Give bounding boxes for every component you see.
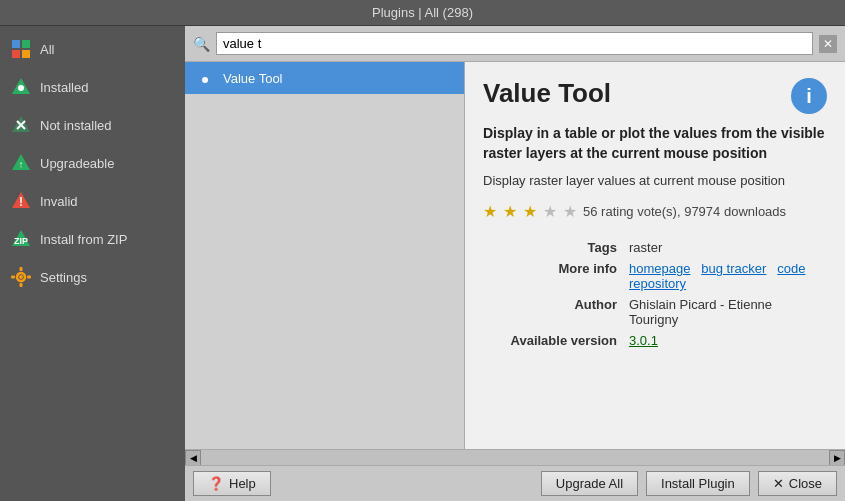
available-version-value: 3.0.1 [623, 330, 827, 351]
star-5: ★ [563, 202, 577, 221]
tags-value: raster [623, 237, 827, 258]
sidebar-item-invalid[interactable]: ! Invalid [0, 182, 185, 220]
sidebar-item-settings-label: Settings [40, 270, 87, 285]
star-2: ★ [503, 202, 517, 221]
svg-point-5 [18, 85, 24, 91]
sidebar-item-installed[interactable]: Installed [0, 68, 185, 106]
available-version-row: Available version 3.0.1 [483, 330, 827, 351]
upgradeable-icon: ↑ [10, 152, 32, 174]
svg-rect-1 [22, 40, 30, 48]
install-zip-icon: ZIP [10, 228, 32, 250]
plugin-description: Display raster layer values at current m… [483, 173, 827, 188]
settings-icon [10, 266, 32, 288]
version-link[interactable]: 3.0.1 [629, 333, 658, 348]
svg-text:↑: ↑ [19, 159, 24, 170]
upgrade-all-button[interactable]: Upgrade All [541, 471, 638, 496]
plugin-detail: Value Tool i Display in a table or plot … [465, 62, 845, 449]
bottom-right: Upgrade All Install Plugin ✕ Close [541, 471, 837, 496]
help-icon: ❓ [208, 476, 224, 491]
tags-row: Tags raster [483, 237, 827, 258]
author-label: Author [483, 294, 623, 330]
author-row: Author Ghislain Picard - Etienne Tourign… [483, 294, 827, 330]
sidebar: All Installed Not installed [0, 26, 185, 501]
not-installed-icon [10, 114, 32, 136]
svg-text:ZIP: ZIP [14, 236, 28, 246]
rating-text: 56 rating vote(s), 97974 downloads [583, 204, 786, 219]
search-input[interactable] [216, 32, 813, 55]
sidebar-item-upgradeable[interactable]: ↑ Upgradeable [0, 144, 185, 182]
scrollbar-area: ◀ ▶ [185, 449, 845, 465]
search-bar: 🔍 ✕ [185, 26, 845, 62]
plugin-list-item-icon [195, 68, 215, 88]
svg-rect-19 [11, 276, 15, 279]
more-info-row: More info homepage bug tracker code repo… [483, 258, 827, 294]
plugin-list-item-label: Value Tool [223, 71, 283, 86]
title-text: Plugins | All (298) [372, 5, 473, 20]
sidebar-item-upgradeable-label: Upgradeable [40, 156, 114, 171]
search-clear-button[interactable]: ✕ [819, 35, 837, 53]
more-info-value: homepage bug tracker code repository [623, 258, 827, 294]
sidebar-item-settings[interactable]: Settings [0, 258, 185, 296]
stars-row: ★ ★ ★ ★ ★ 56 rating vote(s), 97974 downl… [483, 202, 827, 221]
close-icon: ✕ [773, 476, 784, 491]
star-3: ★ [523, 202, 537, 221]
svg-point-22 [202, 77, 208, 83]
available-version-label: Available version [483, 330, 623, 351]
info-icon[interactable]: i [791, 78, 827, 114]
help-button[interactable]: ❓ Help [193, 471, 271, 496]
scroll-left-button[interactable]: ◀ [185, 450, 201, 466]
sidebar-item-all[interactable]: All [0, 30, 185, 68]
all-icon [10, 38, 32, 60]
repository-link[interactable]: repository [629, 276, 686, 291]
plugin-detail-header: Value Tool i [483, 78, 827, 114]
svg-rect-2 [12, 50, 20, 58]
sidebar-item-installed-label: Installed [40, 80, 88, 95]
scroll-right-button[interactable]: ▶ [829, 450, 845, 466]
bug-tracker-link[interactable]: bug tracker [701, 261, 766, 276]
close-button[interactable]: ✕ Close [758, 471, 837, 496]
svg-text:!: ! [19, 195, 23, 209]
svg-rect-0 [12, 40, 20, 48]
svg-rect-3 [22, 50, 30, 58]
star-4: ★ [543, 202, 557, 221]
code-link[interactable]: code [777, 261, 805, 276]
scroll-track [201, 450, 829, 466]
svg-rect-17 [20, 267, 23, 271]
sidebar-item-not-installed[interactable]: Not installed [0, 106, 185, 144]
install-plugin-label: Install Plugin [661, 476, 735, 491]
invalid-icon: ! [10, 190, 32, 212]
plugin-detail-title: Value Tool [483, 78, 611, 109]
title-bar: Plugins | All (298) [0, 0, 845, 26]
plugin-list-item[interactable]: Value Tool [185, 62, 464, 94]
svg-rect-18 [20, 283, 23, 287]
sidebar-item-invalid-label: Invalid [40, 194, 78, 209]
tags-label: Tags [483, 237, 623, 258]
sidebar-item-install-zip[interactable]: ZIP Install from ZIP [0, 220, 185, 258]
svg-point-16 [19, 275, 23, 279]
star-1: ★ [483, 202, 497, 221]
bottom-left: ❓ Help [193, 471, 271, 496]
close-label: Close [789, 476, 822, 491]
content-area: 🔍 ✕ Value Tool [185, 26, 845, 501]
plugin-body: Value Tool Value Tool i Display in a tab… [185, 62, 845, 449]
sidebar-item-all-label: All [40, 42, 54, 57]
svg-rect-20 [27, 276, 31, 279]
homepage-link[interactable]: homepage [629, 261, 690, 276]
search-icon: 🔍 [193, 36, 210, 52]
help-label: Help [229, 476, 256, 491]
more-info-label: More info [483, 258, 623, 294]
plugin-list: Value Tool [185, 62, 465, 449]
install-plugin-button[interactable]: Install Plugin [646, 471, 750, 496]
upgrade-all-label: Upgrade All [556, 476, 623, 491]
plugin-subtitle: Display in a table or plot the values fr… [483, 124, 827, 163]
bottom-bar: ❓ Help Upgrade All Install Plugin ✕ Clos… [185, 465, 845, 501]
author-value: Ghislain Picard - Etienne Tourigny [623, 294, 827, 330]
sidebar-item-not-installed-label: Not installed [40, 118, 112, 133]
installed-icon [10, 76, 32, 98]
meta-table: Tags raster More info homepage bug track… [483, 237, 827, 351]
sidebar-item-install-zip-label: Install from ZIP [40, 232, 127, 247]
